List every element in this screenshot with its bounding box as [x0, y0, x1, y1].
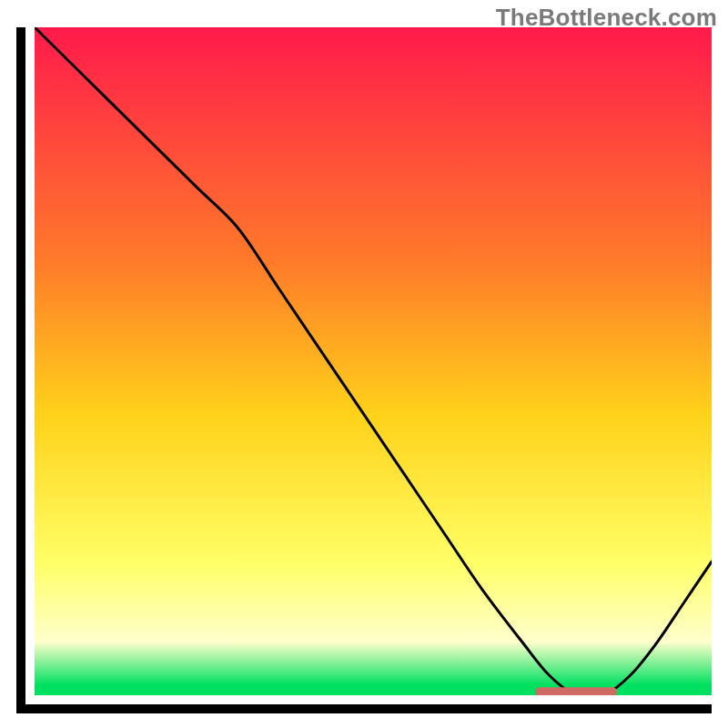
optimal-range-marker	[35, 27, 712, 695]
plot-area	[35, 27, 712, 695]
chart-frame: TheBottleneck.com	[0, 0, 728, 728]
svg-rect-1	[536, 687, 617, 695]
axis-border	[16, 27, 712, 713]
